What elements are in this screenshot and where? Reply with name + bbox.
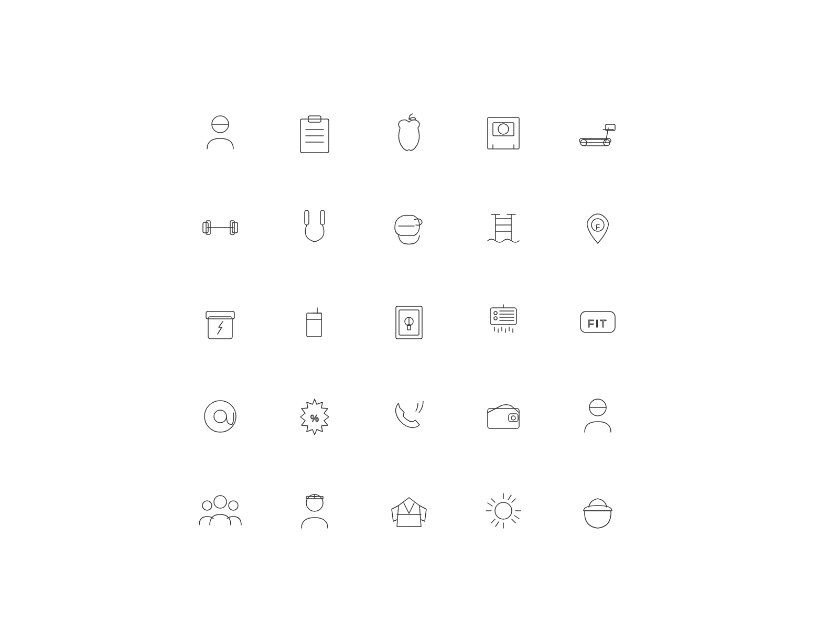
icon-cream-jar (556, 469, 640, 553)
icon-wallet (461, 374, 545, 458)
svg-text:FIT: FIT (588, 318, 608, 329)
icon-boxing-glove (367, 186, 451, 270)
svg-point-9 (498, 124, 509, 134)
svg-rect-26 (320, 210, 325, 225)
svg-text:%: % (310, 413, 319, 424)
svg-rect-67 (488, 409, 519, 428)
svg-text:F: F (596, 223, 600, 231)
svg-rect-25 (305, 210, 309, 225)
icon-clipboard (273, 91, 357, 175)
icon-fit-badge: FIT (556, 280, 640, 364)
svg-point-79 (495, 502, 512, 519)
svg-line-90 (508, 495, 511, 500)
icon-protein (178, 280, 262, 364)
icon-nurse (273, 469, 357, 553)
icon-phone (367, 374, 451, 458)
svg-line-85 (512, 519, 515, 523)
svg-point-64 (204, 401, 236, 432)
svg-line-86 (512, 499, 515, 502)
icon-locker (367, 280, 451, 364)
svg-point-56 (494, 312, 497, 315)
icon-at-sign (178, 374, 262, 458)
svg-line-84 (491, 499, 495, 502)
svg-rect-7 (488, 117, 519, 149)
icon-location-f: F (556, 186, 640, 270)
icon-jump-rope (273, 186, 357, 270)
icon-group (178, 469, 262, 553)
icon-discount: % (273, 374, 357, 458)
svg-rect-41 (307, 313, 321, 337)
svg-line-89 (514, 516, 519, 519)
icon-shower (461, 280, 545, 364)
svg-rect-48 (490, 308, 516, 325)
icon-sun (461, 469, 545, 553)
svg-point-73 (202, 501, 212, 510)
icon-pool (461, 186, 545, 270)
icon-user-avatar (556, 374, 640, 458)
svg-point-57 (494, 317, 497, 320)
svg-rect-37 (208, 317, 232, 339)
icon-treadmill (556, 91, 640, 175)
icon-person (178, 91, 262, 175)
icon-kimono (367, 469, 451, 553)
svg-point-74 (229, 501, 238, 510)
icon-grid: F (147, 60, 671, 584)
svg-point-72 (214, 496, 227, 508)
icon-towel-rack (273, 280, 357, 364)
svg-line-87 (491, 519, 495, 523)
icon-apple (367, 91, 451, 175)
icon-scale (461, 91, 545, 175)
svg-rect-38 (206, 312, 234, 319)
icon-dumbbell (178, 186, 262, 270)
svg-line-91 (496, 522, 499, 527)
svg-line-88 (488, 503, 492, 506)
svg-point-69 (511, 416, 515, 420)
svg-point-65 (214, 410, 227, 423)
